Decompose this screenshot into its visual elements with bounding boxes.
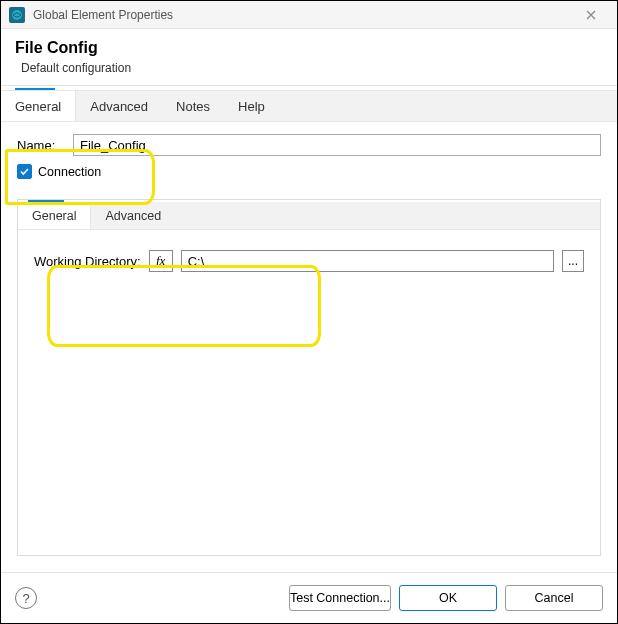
test-connection-button[interactable]: Test Connection...	[289, 585, 391, 611]
cancel-button[interactable]: Cancel	[505, 585, 603, 611]
connection-label: Connection	[38, 165, 101, 179]
dialog-footer: ? Test Connection... OK Cancel	[1, 572, 617, 623]
name-label: Name:	[17, 138, 73, 153]
window-title: Global Element Properties	[33, 8, 573, 22]
main-tabs: General Advanced Notes Help	[1, 90, 617, 122]
working-directory-label: Working Directory:	[34, 254, 141, 269]
page-subtitle: Default configuration	[21, 61, 603, 75]
dialog-header: File Config Default configuration	[1, 29, 617, 86]
close-icon	[585, 9, 597, 21]
ok-button[interactable]: OK	[399, 585, 497, 611]
page-title: File Config	[15, 39, 603, 57]
tab-help[interactable]: Help	[224, 91, 279, 121]
connection-checkbox[interactable]	[17, 164, 32, 179]
tab-advanced[interactable]: Advanced	[76, 91, 162, 121]
form-area: Name: Connection	[1, 122, 617, 193]
working-directory-input[interactable]	[181, 250, 554, 272]
browse-button[interactable]: ...	[562, 250, 584, 272]
name-row: Name:	[17, 134, 601, 156]
name-input[interactable]	[73, 134, 601, 156]
close-button[interactable]	[573, 1, 609, 28]
window-titlebar: Global Element Properties	[1, 1, 617, 29]
tab-notes[interactable]: Notes	[162, 91, 224, 121]
inner-body: Working Directory: fx ...	[18, 230, 600, 292]
connection-row: Connection	[17, 164, 601, 179]
help-icon[interactable]: ?	[15, 587, 37, 609]
app-icon	[9, 7, 25, 23]
inner-tab-general[interactable]: General	[18, 202, 91, 229]
inner-tabs: General Advanced	[18, 202, 600, 230]
check-icon	[19, 166, 30, 177]
inner-tab-advanced[interactable]: Advanced	[91, 202, 175, 229]
tab-general[interactable]: General	[1, 91, 76, 121]
connection-panel: General Advanced Working Directory: fx .…	[17, 199, 601, 556]
working-directory-row: Working Directory: fx ...	[34, 250, 584, 272]
fx-button[interactable]: fx	[149, 250, 173, 272]
